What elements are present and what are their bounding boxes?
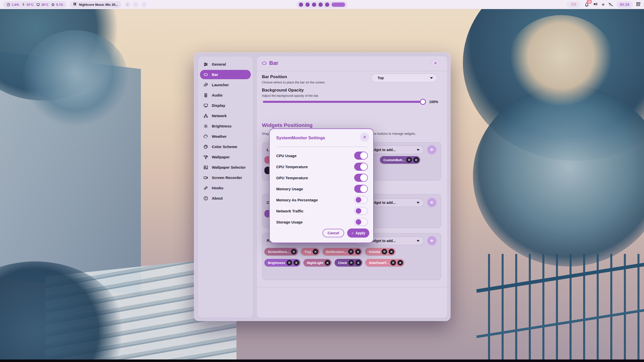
right-widgets-row-2: Brightness⚙×NightLight×Clock⚙×SidePanelT… [264, 259, 404, 266]
sidebar-item-audio[interactable]: Audio [200, 90, 251, 100]
sidebar-item-display[interactable]: Display [200, 101, 251, 110]
workspaces-pill[interactable] [296, 1, 348, 8]
sidebar-item-network[interactable]: Network [200, 111, 251, 120]
apply-button[interactable]: ✓ Apply [347, 229, 369, 238]
widget-chip-clock[interactable]: Clock⚙× [335, 259, 362, 266]
sidebar-item-launcher[interactable]: Launcher [200, 80, 251, 89]
cloud-icon [203, 134, 208, 139]
widget-chip-custombutt[interactable]: CustomButt...⚙× [380, 156, 420, 164]
skull-button[interactable]: ☠ [125, 2, 130, 8]
rocket-icon [203, 82, 208, 87]
widget-settings-button[interactable]: ⚙ [348, 249, 354, 254]
toggle-switch-cpu-usage[interactable] [354, 152, 368, 160]
window-close-button[interactable]: ✕ [431, 59, 440, 67]
overview-button[interactable] [636, 2, 641, 8]
desktop-screen: 1.8%43°C38°C9.7G Nightcore Music Mix 20.… [0, 0, 644, 362]
widget-remove-button[interactable]: × [291, 249, 297, 254]
night-light-button[interactable]: ☾ [608, 2, 614, 7]
sun-icon: ☀ [601, 2, 605, 7]
widget-remove-button[interactable]: × [389, 249, 394, 254]
sidebar-item-brightness[interactable]: Brightness [200, 121, 251, 131]
pill-icon [203, 72, 208, 77]
status-bar-right: ⌨ 10 ☀ ☾ 00:28 [567, 1, 641, 8]
widget-chip-label: CustomButt... [383, 158, 405, 162]
notifications-button[interactable]: 10 [584, 2, 590, 8]
widget-chip-sidepanelt[interactable]: SidePanelT...⚙× [365, 259, 404, 266]
widget-remove-button[interactable]: × [325, 260, 330, 265]
toggle-label: GPU Temperature [276, 176, 308, 180]
widget-remove-button[interactable]: × [355, 249, 361, 254]
heart-button[interactable]: ♡ [133, 2, 139, 8]
sidebar-item-label: Bar [212, 72, 218, 77]
sidebar-item-wallpaper[interactable]: Wallpaper [200, 152, 251, 162]
workspace-dot[interactable] [312, 3, 316, 7]
widget-remove-button[interactable]: × [355, 260, 361, 265]
system-stats-pill[interactable]: 1.8%43°C38°C9.7G [3, 1, 67, 8]
sidebar-item-screen-recorder[interactable]: Screen Recorder [200, 173, 251, 182]
toggle-list: CPU UsageCPU TemperatureGPU TemperatureM… [276, 150, 368, 228]
workspace-dot[interactable] [299, 3, 303, 7]
widget-chip-brightness[interactable]: Brightness⚙× [264, 259, 300, 266]
workspace-active[interactable] [332, 3, 345, 7]
sidebar-item-label: Wallpaper Selector [212, 165, 246, 169]
brightness-button[interactable]: ☀ [601, 2, 605, 7]
toggle-switch-memory-as-percentage[interactable] [354, 196, 368, 204]
widget-remove-button[interactable]: × [397, 260, 403, 265]
pause-icon [73, 2, 76, 7]
toggle-switch-storage-usage[interactable] [354, 218, 368, 226]
sidebar-item-wallpaper-selector[interactable]: Wallpaper Selector [200, 163, 251, 172]
workspace-dot[interactable] [325, 3, 329, 7]
workspace-dot[interactable] [318, 3, 323, 7]
right-widgets-row-1: ScreenReco...×Tray×Notification...⚙×Volu… [264, 248, 395, 255]
widget-settings-button[interactable]: ⚙ [406, 157, 412, 163]
right-widgets-add-button[interactable]: + [427, 236, 436, 245]
sidebar-item-general[interactable]: General [200, 60, 251, 69]
opacity-slider-thumb[interactable] [420, 99, 426, 105]
toggle-switch-network-traffic[interactable] [354, 207, 368, 215]
stat-value: 38°C [41, 3, 49, 7]
left-widgets-add-button[interactable]: + [427, 145, 436, 154]
toggle-row-memory-as-percentage: Memory As Percentage [276, 194, 368, 205]
widget-settings-button[interactable]: ⚙ [348, 260, 354, 265]
volume-button[interactable] [593, 1, 598, 8]
media-player-pill[interactable]: Nightcore Music Mix 20... [70, 1, 122, 8]
bar-position-select[interactable]: Top [371, 74, 437, 82]
opacity-slider-track[interactable] [263, 101, 426, 103]
toggle-switch-memory-usage[interactable] [354, 185, 368, 193]
clock-pill[interactable]: 00:28 [617, 1, 633, 8]
stat-value: 43°C [26, 3, 34, 7]
chip-icon [51, 3, 55, 7]
workspace-dot[interactable] [305, 3, 310, 7]
sidebar-item-about[interactable]: About [200, 194, 251, 203]
widget-chip-notification[interactable]: Notification...⚙× [323, 248, 362, 255]
sidebar-item-weather[interactable]: Weather [200, 132, 251, 141]
widget-settings-button[interactable]: ⚙ [382, 249, 387, 254]
toggle-switch-gpu-temperature[interactable] [354, 174, 368, 182]
sidebar-item-hooks[interactable]: Hooks [200, 183, 251, 193]
widget-chip-screenreco[interactable]: ScreenReco...× [264, 248, 298, 255]
toggle-knob [360, 185, 367, 192]
widget-chip-nightlight[interactable]: NightLight× [303, 259, 332, 266]
bar-pill-icon [262, 62, 267, 65]
sidebar-item-label: Weather [212, 134, 227, 139]
widget-settings-button[interactable]: ⚙ [390, 260, 396, 265]
sidebar-item-color-scheme[interactable]: Color Scheme [200, 142, 251, 151]
heart-button[interactable]: ♡ [141, 2, 147, 8]
modal-close-button[interactable]: ✕ [360, 132, 369, 142]
widget-remove-button[interactable]: × [413, 157, 419, 163]
sidebar-item-bar[interactable]: Bar [200, 70, 251, 79]
tray-app-icon[interactable]: ⌨ [567, 1, 581, 8]
widget-settings-button[interactable]: ⚙ [287, 260, 292, 265]
cancel-button[interactable]: Cancel [323, 229, 344, 237]
toggle-label: CPU Temperature [276, 165, 308, 169]
modal-title: SystemMonitor Settings [276, 135, 325, 141]
chevron-down-icon [417, 202, 420, 204]
sidebar-item-label: Brightness [212, 124, 231, 128]
widget-chip-volume[interactable]: Volume⚙× [365, 248, 395, 255]
widget-chip-tray[interactable]: Tray× [301, 248, 319, 255]
center-widgets-add-button[interactable]: + [427, 198, 436, 207]
palette-icon [203, 144, 208, 149]
widget-remove-button[interactable]: × [294, 260, 299, 265]
widget-remove-button[interactable]: × [313, 249, 318, 254]
toggle-switch-cpu-temperature[interactable] [354, 163, 368, 171]
